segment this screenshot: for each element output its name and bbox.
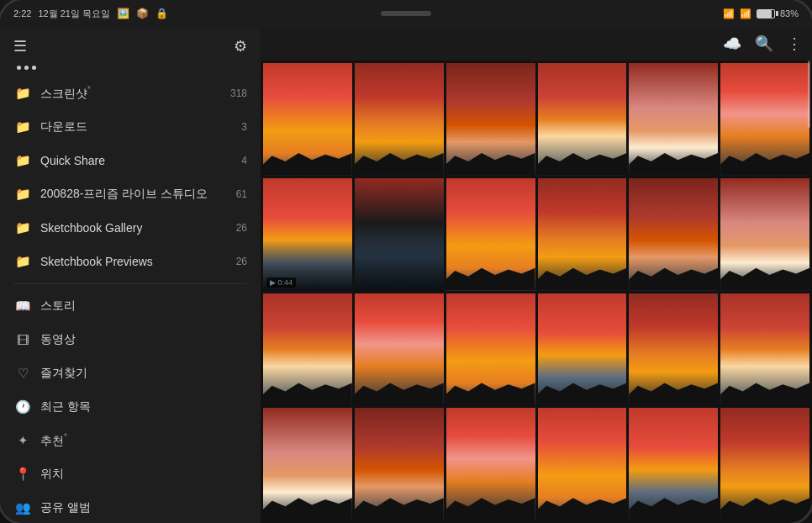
sidebar-item-label: 즐겨찾기: [40, 366, 247, 381]
people-icon: 👥: [13, 499, 32, 517]
sidebar-item-recent[interactable]: 🕐 최근 항목: [0, 390, 261, 424]
photo-grid: ▶ 0:44: [261, 61, 812, 523]
photo-cell[interactable]: [720, 63, 809, 176]
sidebar-item-stories[interactable]: 📖 스토리: [0, 289, 261, 323]
photo-cell[interactable]: ▶ 0:44: [263, 178, 352, 291]
photo-cell[interactable]: [720, 293, 809, 406]
more-options-icon[interactable]: ⋮: [787, 34, 802, 53]
folder-icon: 📁: [13, 252, 32, 271]
section-dots: [0, 62, 261, 77]
photo-cell[interactable]: [446, 293, 535, 406]
photo-cell[interactable]: [263, 293, 352, 406]
hamburger-icon[interactable]: ☰: [13, 37, 27, 55]
battery-percent: 83%: [780, 8, 799, 18]
photo-cell[interactable]: [629, 293, 718, 406]
notification-icon2: 📦: [136, 8, 149, 19]
sidebar-item-videos[interactable]: 🎞 동영상: [0, 323, 261, 357]
sidebar-item-badge: 318: [230, 87, 247, 99]
battery-icon: [757, 9, 775, 18]
photo-cell[interactable]: [629, 178, 718, 291]
video-duration-badge: ▶ 0:44: [266, 277, 296, 288]
wifi-icon: 📶: [723, 8, 735, 19]
settings-icon[interactable]: ⚙: [234, 37, 247, 55]
photo-cell[interactable]: [355, 63, 444, 176]
photo-cell[interactable]: [355, 408, 444, 520]
search-icon[interactable]: 🔍: [755, 34, 773, 53]
dot-1: [17, 66, 21, 70]
sidebar-item-downloads[interactable]: 📁 다운로드 3: [0, 110, 261, 144]
sidebar-item-label: 공유 앨범: [40, 500, 247, 515]
sidebar-item-label: Sketchbook Gallery: [40, 221, 229, 235]
main-content: ☰ ⚙ 📁 스크린샷* 318 📁 다운로드 3: [0, 27, 812, 523]
photo-cell[interactable]: [629, 63, 718, 176]
sidebar-item-label: 스크린샷*: [40, 85, 224, 102]
status-bar: 2:22 12월 21일 목요일 🖼️ 📦 🔒 📶 📶 83%: [0, 0, 812, 27]
photo-cell[interactable]: [720, 408, 809, 520]
separator: [13, 283, 247, 284]
photo-cell[interactable]: [538, 63, 627, 176]
folder-icon: 📁: [13, 118, 32, 136]
sidebar-item-badge: 4: [241, 155, 247, 166]
photo-cell[interactable]: [355, 178, 444, 291]
sidebar-item-badge: 3: [241, 121, 247, 133]
heart-icon: ♡: [13, 364, 32, 383]
sidebar-item-recommended[interactable]: ✦ 추천*: [0, 424, 261, 457]
sidebar-scroll[interactable]: 📁 스크린샷* 318 📁 다운로드 3 📁 Quick Share 4 📁 2…: [0, 62, 261, 523]
sidebar-item-badge: 61: [236, 188, 247, 200]
sidebar-item-screenshots[interactable]: 📁 스크린샷* 318: [0, 77, 261, 110]
scroll-indicator: [808, 61, 810, 128]
photo-cell[interactable]: [629, 408, 718, 520]
sidebar-item-label: 동영상: [40, 332, 247, 347]
sidebar-item-label: 다운로드: [40, 119, 235, 135]
book-icon: 📖: [13, 297, 32, 315]
sidebar-item-label: 200828-프리즘 라이브 스튜디오: [40, 187, 229, 202]
photo-cell[interactable]: [538, 293, 627, 406]
sidebar-item-label: 위치: [40, 467, 247, 482]
sidebar-item-label: 스토리: [40, 298, 247, 314]
folder-icon: 📁: [13, 84, 32, 103]
sidebar-item-badge: 26: [236, 222, 247, 234]
map-icon: 📍: [13, 465, 32, 483]
photo-cell[interactable]: [538, 178, 627, 291]
date: 12월 21일 목요일: [38, 8, 110, 20]
sidebar-item-label: 최근 항목: [40, 399, 247, 415]
folder-icon: 📁: [13, 219, 32, 237]
signal-icon: 📶: [740, 8, 751, 19]
sidebar-item-quickshare[interactable]: 📁 Quick Share 4: [0, 144, 261, 177]
camera-cutout: [381, 11, 431, 16]
sidebar-item-sketchbook-gallery[interactable]: 📁 Sketchbook Gallery 26: [0, 211, 261, 245]
photo-cell[interactable]: [538, 408, 627, 520]
sidebar-header: ☰ ⚙: [0, 27, 261, 62]
photo-cell[interactable]: [720, 178, 809, 291]
sidebar-item-label: 추천*: [40, 432, 247, 449]
star-icon: ✦: [13, 431, 32, 450]
cloud-sync-icon[interactable]: ☁️: [723, 34, 741, 53]
sidebar-item-locations[interactable]: 📍 위치: [0, 457, 261, 491]
sidebar-item-shared-albums[interactable]: 👥 공유 앨범: [0, 491, 261, 523]
sidebar-item-prisma[interactable]: 📁 200828-프리즘 라이브 스튜디오 61: [0, 177, 261, 211]
tablet-frame: 2:22 12월 21일 목요일 🖼️ 📦 🔒 📶 📶 83% ☰ ⚙: [0, 0, 812, 523]
photo-cell[interactable]: [263, 408, 352, 520]
folder-icon: 📁: [13, 185, 32, 203]
video-icon: 🎞: [13, 330, 32, 349]
notification-icon3: 🔒: [156, 8, 168, 19]
sidebar-item-favorites[interactable]: ♡ 즐겨찾기: [0, 357, 261, 390]
notification-icon: 🖼️: [117, 8, 129, 19]
photo-grid-header: ☁️ 🔍 ⋮: [261, 27, 812, 61]
status-left: 2:22 12월 21일 목요일 🖼️ 📦 🔒: [13, 8, 168, 20]
folder-icon: 📁: [13, 151, 32, 170]
photo-grid-container: ☁️ 🔍 ⋮ ▶ 0:44: [261, 27, 812, 523]
photo-cell[interactable]: [446, 408, 535, 520]
battery-fill: [757, 10, 772, 18]
sidebar-item-sketchbook-previews[interactable]: 📁 Sketchbook Previews 26: [0, 245, 261, 278]
clock-icon: 🕐: [13, 398, 32, 416]
photo-cell[interactable]: [446, 178, 535, 291]
sidebar-item-badge: 26: [236, 256, 247, 267]
photo-cell[interactable]: [446, 63, 535, 176]
dot-2: [24, 66, 29, 70]
sidebar-item-label: Quick Share: [40, 154, 235, 167]
photo-cell[interactable]: [263, 63, 352, 176]
photo-cell[interactable]: [355, 293, 444, 406]
sidebar-item-label: Sketchbook Previews: [40, 255, 229, 268]
status-right: 📶 📶 83%: [723, 8, 799, 19]
